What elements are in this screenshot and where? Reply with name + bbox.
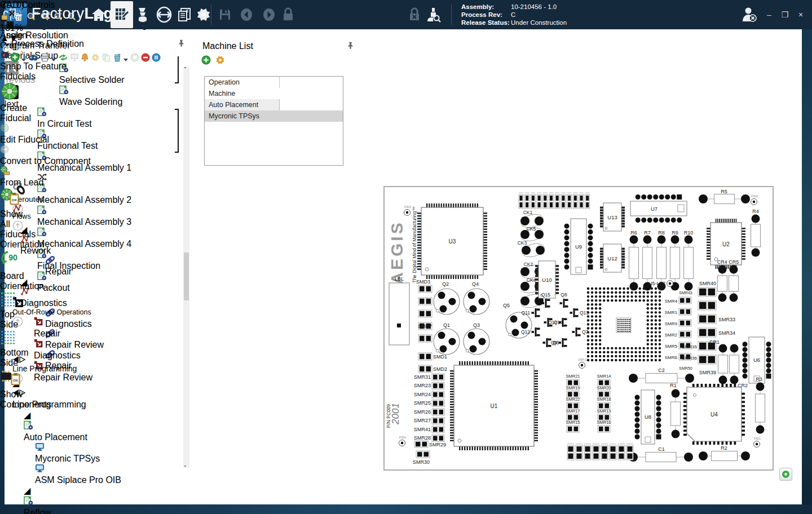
svg-text:U10: U10 [542, 277, 551, 283]
from-lead-button[interactable]: From Lead [0, 166, 142, 188]
svg-text:Q2: Q2 [442, 281, 449, 287]
svg-text:SMR40: SMR40 [699, 281, 716, 286]
svg-text:FID1: FID1 [754, 437, 761, 440]
svg-text:2001: 2001 [390, 403, 401, 425]
machine-settings-button[interactable] [215, 55, 225, 67]
svg-text:SMR26: SMR26 [414, 409, 431, 415]
svg-text:R10: R10 [684, 230, 694, 236]
maximize-button[interactable]: ❒ [778, 9, 792, 20]
add-machine-button[interactable] [201, 55, 211, 67]
bottom-side-button[interactable]: BottomSide [0, 330, 28, 368]
nav-back-icon[interactable] [238, 6, 255, 23]
unlock-button[interactable] [0, 10, 11, 23]
nav-user-search-icon[interactable] [425, 6, 442, 23]
svg-text:--: -- [59, 11, 62, 15]
column-header-operation[interactable]: Operation [205, 77, 280, 88]
pin-icon[interactable] [178, 39, 185, 50]
scrollbar-thumb[interactable] [184, 252, 189, 300]
convert-icon [0, 145, 142, 156]
svg-text:SMR50: SMR50 [679, 366, 692, 370]
monitor-icon [35, 442, 184, 454]
svg-text:SMR24: SMR24 [414, 392, 431, 397]
svg-text:SMR36: SMR36 [682, 356, 697, 361]
panel-scrollbar[interactable]: ⌃⌄ [183, 67, 189, 468]
zoom-in-fast-button[interactable]: ++ [14, 43, 27, 56]
svg-text:SMR16: SMR16 [597, 420, 611, 425]
minimize-button[interactable]: – [762, 9, 776, 20]
zoom-out-button[interactable]: - [65, 10, 79, 23]
close-button[interactable]: × [794, 9, 807, 20]
pin-icon[interactable] [347, 41, 354, 52]
button-label: ShowComponents [0, 389, 35, 410]
svg-text:LBL: LBL [395, 276, 404, 282]
tree-item-asm-siplace-pro-oib[interactable]: ASM Siplace Pro OIB [5, 464, 184, 485]
svg-text:Q7: Q7 [582, 329, 589, 335]
scroll-down-icon[interactable]: ⌄ [183, 463, 189, 468]
zoom-in-button[interactable]: + [0, 43, 14, 56]
nav-save-icon[interactable] [217, 6, 233, 23]
zoom-out-fast-button[interactable]: -- [52, 10, 65, 23]
divider [211, 5, 211, 25]
expander-icon[interactable]: ◢ [24, 410, 184, 420]
create-fiducial-icon [0, 82, 32, 103]
svg-text:U6: U6 [753, 357, 760, 363]
zoom-window-button[interactable] [11, 10, 25, 23]
tree-item-mycronic-tpsys[interactable]: Mycronic TPSys [5, 442, 184, 464]
table-row[interactable]: Auto PlacementMycronic TPSys [205, 99, 343, 122]
tree-item-reflow[interactable]: ◢Reflow [5, 485, 184, 514]
show-components-button[interactable]: OKShowComponents [0, 368, 35, 410]
nav-settings-icon[interactable] [195, 6, 212, 23]
svg-text:SMR35: SMR35 [682, 344, 697, 349]
scroll-up-icon[interactable]: ⌃ [183, 67, 189, 72]
tree-item-auto-placement[interactable]: ◢Auto Placement [5, 410, 184, 442]
create-fiducial-button[interactable]: CreateFiducial [0, 82, 32, 123]
show-components-icon: OK [0, 368, 35, 389]
svg-text:SMR28: SMR28 [414, 435, 431, 441]
pause-button[interactable] [152, 53, 161, 64]
deactivate-button[interactable] [141, 53, 150, 64]
svg-text:FID3: FID3 [404, 205, 411, 209]
svg-text:SMD1: SMD1 [433, 354, 447, 360]
svg-text:CK3: CK3 [518, 240, 527, 246]
svg-text:U12: U12 [607, 255, 617, 262]
svg-text:SMD7: SMD7 [418, 324, 432, 329]
svg-text:U9: U9 [575, 243, 582, 250]
show-all-fiducials-button[interactable]: OKShow AllFiducials [0, 188, 32, 240]
expander-icon[interactable]: ◢ [24, 485, 184, 496]
nav-forward-icon[interactable] [261, 6, 277, 23]
top-side-button[interactable]: TopSide [0, 291, 25, 330]
board-orientation-icon: 90 [0, 250, 36, 271]
svg-text:SMR1: SMR1 [665, 310, 678, 315]
svg-text:R3: R3 [756, 376, 762, 382]
user-logout-icon[interactable] [740, 6, 759, 26]
zoom-level-input[interactable]: 131% [0, 23, 79, 33]
group-bracket [175, 56, 179, 83]
svg-text:SMR29: SMR29 [429, 442, 446, 447]
show-fiducials-icon: OK [0, 188, 32, 209]
svg-text:SMR2: SMR2 [665, 333, 678, 338]
edit-fiducial-button: Edit Fiducial [0, 123, 142, 145]
fit-view-button[interactable] [779, 468, 792, 481]
nav-data-transfer-icon[interactable] [156, 6, 173, 23]
column-header-machine[interactable]: Machine [205, 88, 343, 99]
ribbon-group-label: Fiducials [0, 72, 142, 82]
cell-operation[interactable]: Auto Placement [205, 99, 280, 110]
zoom-all-button[interactable]: ALL [38, 10, 52, 23]
nav-lock-x-icon[interactable] [406, 6, 423, 23]
svg-text:R5: R5 [721, 189, 727, 194]
svg-text:SMR6: SMR6 [665, 355, 678, 360]
svg-text:-: - [73, 11, 74, 15]
svg-text:U3: U3 [449, 238, 456, 245]
svg-text:SMR21: SMR21 [566, 374, 580, 379]
zoom-stepper[interactable]: ▲▼ [0, 33, 79, 43]
cursor-coordinates: (0, 0) [3, 0, 24, 10]
nav-lock-icon[interactable] [280, 6, 297, 23]
board-orientation-button[interactable]: 90BoardOrientation [0, 250, 36, 291]
svg-text:SMR13: SMR13 [597, 409, 611, 414]
svg-text:SMR30: SMR30 [413, 459, 430, 465]
svg-text:U7: U7 [651, 206, 657, 212]
svg-text:SMR25: SMR25 [414, 400, 431, 406]
zoom-100-button[interactable]: 100 [25, 10, 38, 23]
nav-documents-icon[interactable] [176, 6, 193, 23]
cell-machine[interactable]: Mycronic TPSys [205, 110, 343, 122]
